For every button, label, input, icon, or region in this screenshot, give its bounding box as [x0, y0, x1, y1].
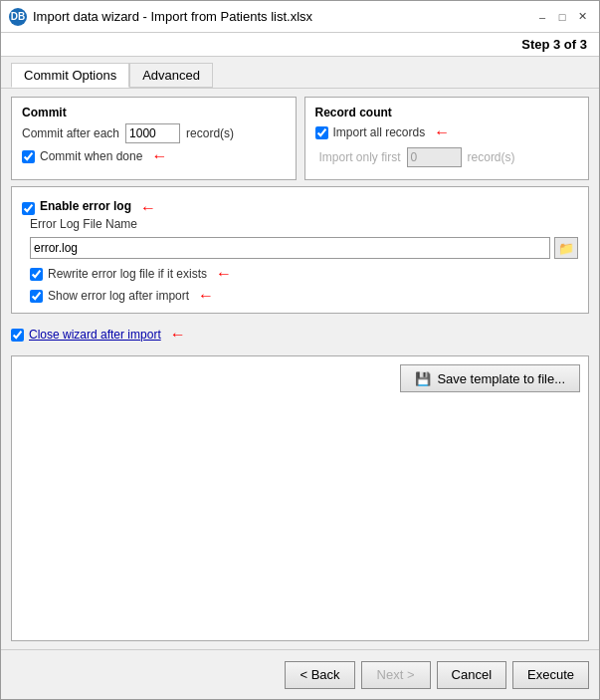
top-panels: Commit Commit after each record(s) Commi…	[11, 97, 589, 180]
import-all-row: Import all records ←	[315, 123, 579, 141]
execute-button[interactable]: Execute	[512, 661, 589, 689]
commit-section-title: Commit	[22, 106, 286, 119]
window-controls: – □ ✕	[533, 8, 591, 26]
template-area: 💾 Save template to file...	[11, 355, 589, 641]
cancel-button[interactable]: Cancel	[437, 661, 506, 689]
save-template-label: Save template to file...	[437, 371, 565, 386]
main-window: DB Import data wizard - Import from Pati…	[0, 0, 600, 700]
record-count-title: Record count	[315, 106, 579, 119]
minimize-button[interactable]: –	[533, 8, 551, 26]
error-log-header-row: Enable error log ←	[22, 199, 578, 217]
import-all-label: Import all records	[333, 125, 426, 139]
rewrite-arrow: ←	[216, 265, 232, 283]
error-log-panel: Enable error log ← Error Log File Name 📁…	[11, 186, 589, 314]
enable-error-log-checkbox[interactable]	[22, 202, 35, 215]
main-content: Commit Commit after each record(s) Commi…	[1, 89, 599, 649]
import-only-row: Import only first record(s)	[315, 147, 579, 167]
error-log-file-input[interactable]	[30, 237, 550, 259]
import-all-arrow: ←	[434, 123, 450, 141]
app-icon: DB	[9, 8, 27, 26]
file-name-row: 📁	[30, 237, 578, 259]
show-after-label: Show error log after import	[48, 289, 189, 303]
commit-panel: Commit Commit after each record(s) Commi…	[11, 97, 297, 180]
enable-error-log-arrow: ←	[140, 199, 156, 217]
import-all-checkbox[interactable]	[315, 126, 328, 139]
commit-when-done-row: Commit when done ←	[22, 147, 286, 165]
browse-file-button[interactable]: 📁	[554, 237, 578, 259]
close-button[interactable]: ✕	[573, 8, 591, 26]
close-wizard-checkbox[interactable]	[11, 329, 24, 342]
record-count-panel: Record count Import all records ← Import…	[304, 97, 590, 180]
import-only-input[interactable]	[407, 147, 462, 167]
window-title: Import data wizard - Import from Patient…	[33, 9, 312, 24]
commit-when-done-label: Commit when done	[40, 149, 142, 163]
commit-after-row: Commit after each record(s)	[22, 123, 286, 143]
enable-error-log-label: Enable error log	[40, 199, 131, 213]
tab-advanced[interactable]: Advanced	[129, 63, 213, 88]
file-name-label: Error Log File Name	[30, 217, 578, 231]
records-label: record(s)	[186, 126, 234, 140]
close-wizard-label[interactable]: Close wizard after import	[29, 328, 161, 342]
tabs-bar: Commit Options Advanced	[1, 57, 599, 89]
import-only-label: Import only first	[319, 150, 401, 164]
show-after-row: Show error log after import ←	[30, 287, 578, 305]
rewrite-label: Rewrite error log file if it exists	[48, 267, 207, 281]
close-wizard-row: Close wizard after import ←	[11, 324, 589, 346]
title-bar-left: DB Import data wizard - Import from Pati…	[9, 8, 312, 26]
footer: < Back Next > Cancel Execute	[1, 649, 599, 699]
maximize-button[interactable]: □	[553, 8, 571, 26]
show-after-checkbox[interactable]	[30, 290, 43, 303]
commit-value-input[interactable]	[125, 123, 180, 143]
import-only-records-label: record(s)	[468, 150, 515, 164]
back-button[interactable]: < Back	[285, 661, 354, 689]
save-template-button[interactable]: 💾 Save template to file...	[400, 364, 580, 392]
save-icon: 💾	[415, 371, 431, 386]
show-after-arrow: ←	[198, 287, 214, 305]
next-button[interactable]: Next >	[361, 661, 431, 689]
title-bar: DB Import data wizard - Import from Pati…	[1, 1, 599, 33]
error-log-body: Error Log File Name 📁 Rewrite error log …	[22, 217, 578, 305]
step-label: Step 3 of 3	[1, 33, 599, 57]
rewrite-row: Rewrite error log file if it exists ←	[30, 265, 578, 283]
close-wizard-arrow: ←	[170, 326, 186, 344]
commit-when-done-checkbox[interactable]	[22, 150, 35, 163]
tab-commit-options[interactable]: Commit Options	[11, 63, 129, 88]
commit-after-label: Commit after each	[22, 126, 119, 140]
rewrite-checkbox[interactable]	[30, 268, 43, 281]
commit-when-done-arrow: ←	[151, 147, 167, 165]
